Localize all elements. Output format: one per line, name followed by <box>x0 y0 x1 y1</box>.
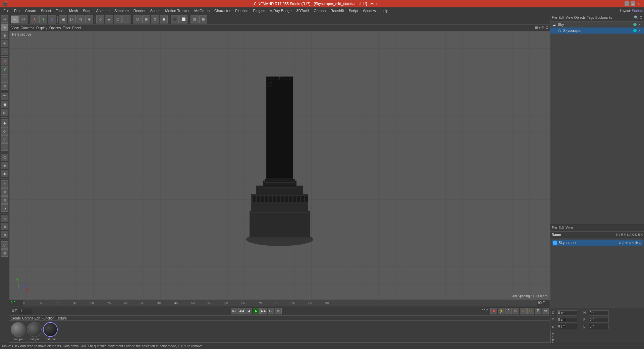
menu-redshift[interactable]: Redshift <box>328 8 346 13</box>
attr-icon-btn-5[interactable]: ∿ <box>632 241 635 244</box>
step-back[interactable]: ◀◀ <box>238 308 245 314</box>
menu-file[interactable]: File <box>1 8 11 13</box>
attr-icon-btn-4[interactable]: ⊞ <box>629 241 631 244</box>
menu-simulate[interactable]: Simulate <box>112 8 131 13</box>
vp-menu-panel[interactable]: Panel <box>72 26 81 30</box>
tool-add[interactable]: ⊕ <box>1 32 8 39</box>
close-button[interactable]: ✕ <box>637 1 641 6</box>
menu-create[interactable]: Create <box>23 8 38 13</box>
attr-file[interactable]: File <box>552 226 557 230</box>
maximize-button[interactable]: □ <box>631 1 635 6</box>
tool-render[interactable]: 🎬 <box>1 93 8 100</box>
tb-mograph1[interactable]: ⬡ <box>133 15 142 23</box>
tool-x[interactable]: X <box>1 58 8 65</box>
tb-snap2[interactable]: ◈ <box>105 15 113 23</box>
tb-render4[interactable]: ⊕ <box>85 15 93 23</box>
tool-2[interactable]: ◈ <box>1 162 8 169</box>
obj-tags[interactable]: Tags <box>587 16 594 19</box>
obj-settings-icon[interactable]: ⚙ <box>639 15 643 20</box>
tb-snap[interactable]: ◇ <box>96 15 104 23</box>
attr-view[interactable]: View <box>566 226 573 230</box>
attr-skyscraper-row[interactable]: Skyscraper ⊕ ⬡ ⊗ ⊞ ∿ ⬟ ⊙ <box>552 240 643 246</box>
tb-layout[interactable]: ⊟ <box>191 15 199 23</box>
material-1[interactable]: mat_par <box>11 322 25 341</box>
obj-edit[interactable]: Edit <box>558 16 564 19</box>
mat-menu-function[interactable]: Function <box>42 316 54 320</box>
vp-menu-cameras[interactable]: Cameras <box>21 26 35 30</box>
minimize-button[interactable]: ─ <box>625 1 629 6</box>
play-forward[interactable]: ▶ <box>253 308 260 314</box>
obj-file[interactable]: File <box>552 16 557 19</box>
tool-6[interactable]: ⊟ <box>1 196 8 204</box>
tb-move[interactable]: ✛ <box>11 15 19 23</box>
tool-mesh[interactable]: ◇ <box>1 127 8 135</box>
mat-menu-corona[interactable]: Corona <box>22 316 33 320</box>
menu-tools[interactable]: Tools <box>54 8 66 13</box>
menu-vray[interactable]: V-Ray Bridge <box>268 8 294 13</box>
coord-y-input[interactable] <box>557 317 577 322</box>
mat-menu-edit[interactable]: Edit <box>35 316 40 320</box>
goto-end[interactable]: ⏭ <box>268 308 274 314</box>
record-btn[interactable]: ⏺ <box>490 308 497 314</box>
tool-9[interactable]: ⊕ <box>1 223 8 230</box>
obj-search-icon[interactable]: 🔍 <box>634 15 639 20</box>
menu-motion-tracker[interactable]: Motion Tracker <box>163 8 192 13</box>
tb-mograph3[interactable]: ⊗ <box>151 15 159 23</box>
obj-view[interactable]: View <box>566 16 573 19</box>
key-frame3[interactable]: P <box>535 308 541 314</box>
menu-mograph[interactable]: MoGraph <box>192 8 212 13</box>
menu-pipeline[interactable]: Pipeline <box>233 8 250 13</box>
tb-mograph4[interactable]: ⬟ <box>160 15 168 23</box>
tb-snap3[interactable]: ⬡ <box>114 15 122 23</box>
menu-snap[interactable]: Snap <box>81 8 94 13</box>
tool-undo[interactable]: ↩ <box>1 15 8 23</box>
play-back[interactable]: ◀ <box>246 308 252 314</box>
attr-icon-btn-2[interactable]: ⬡ <box>622 241 625 244</box>
tool-y[interactable]: Y <box>1 66 8 73</box>
tb-display1[interactable]: ⬛ <box>171 15 179 23</box>
mat-menu-create[interactable]: Create <box>11 316 21 320</box>
vp-menu-view[interactable]: View <box>11 26 19 30</box>
key-btn[interactable]: ? <box>505 308 512 314</box>
tb-display2[interactable]: ⬜ <box>179 15 187 23</box>
goto-start[interactable]: ⏮ <box>231 308 237 314</box>
tool-model[interactable]: ◆ <box>1 119 8 127</box>
menu-mesh[interactable]: Mesh <box>67 8 80 13</box>
key-frame2[interactable]: ⬡ <box>527 308 534 314</box>
menu-window[interactable]: Window <box>361 8 378 13</box>
attr-icon-btn-3[interactable]: ⊗ <box>625 241 628 244</box>
coord-p-input[interactable] <box>589 317 609 322</box>
tool-3[interactable]: ◉ <box>1 170 8 177</box>
tool-12[interactable]: ⊞ <box>1 249 8 257</box>
tool-8[interactable]: ∿ <box>1 215 8 222</box>
auto-key[interactable]: ⚡ <box>498 308 504 314</box>
tool-move[interactable]: ✛ <box>1 23 8 31</box>
tb-render2[interactable]: ▷ <box>68 15 76 23</box>
mat-menu-texture[interactable]: Texture <box>56 316 67 320</box>
tb-x[interactable]: X <box>31 15 39 23</box>
menu-script[interactable]: Script <box>347 8 360 13</box>
tb-snap4[interactable]: ○ <box>122 15 130 23</box>
tool-pan[interactable]: ↔ <box>1 48 8 55</box>
menu-corona[interactable]: Corona <box>312 8 328 13</box>
tool-5[interactable]: ⊞ <box>1 188 8 196</box>
vp-menu-filter[interactable]: Filter <box>63 26 70 30</box>
tb-z[interactable]: Z <box>48 15 56 23</box>
coord-h-input[interactable] <box>589 310 609 316</box>
attr-icon-btn-1[interactable]: ⊕ <box>619 241 621 244</box>
menu-3dtoall[interactable]: 3DToAll <box>294 8 311 13</box>
attr-icon-btn-6[interactable]: ⬟ <box>635 241 638 244</box>
tool-11[interactable]: ⬡ <box>1 241 8 249</box>
coord-b-input[interactable] <box>589 324 609 329</box>
menu-animate[interactable]: Animate <box>94 8 112 13</box>
play-btn2[interactable]: ▷ <box>513 308 519 314</box>
vp-menu-options[interactable]: Options <box>49 26 61 30</box>
vp-icon-1[interactable]: ⊞ <box>535 26 538 30</box>
obj-objects[interactable]: Objects <box>574 16 586 19</box>
tool-edge[interactable]: ⬡ <box>1 135 8 143</box>
tool-render-region[interactable]: ▣ <box>1 101 8 108</box>
tb-render3[interactable]: ⧉ <box>76 15 85 23</box>
material-3[interactable]: mat_par <box>43 322 58 341</box>
tb-render[interactable]: ▣ <box>59 15 67 23</box>
tb-y[interactable]: Y <box>39 15 47 23</box>
